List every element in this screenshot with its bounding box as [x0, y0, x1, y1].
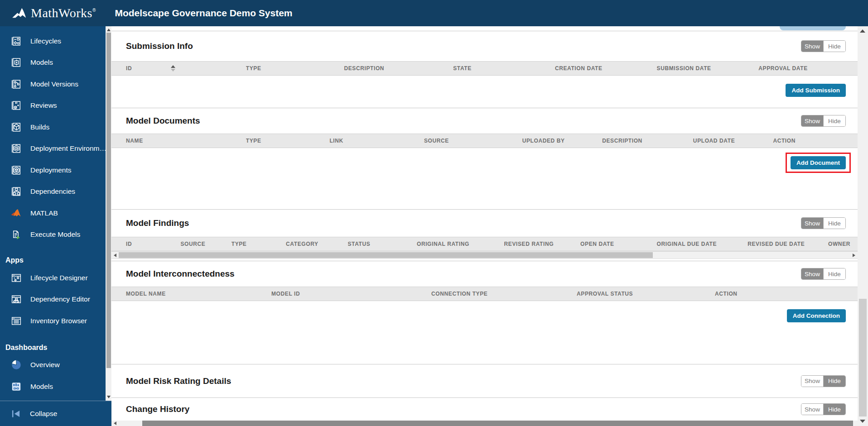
column-header-state[interactable]: STATE — [453, 65, 555, 72]
column-header-owner[interactable]: OWNER — [824, 241, 853, 247]
column-header-type[interactable]: TYPE — [246, 65, 344, 72]
hide-button[interactable]: Hide — [824, 268, 845, 279]
column-header-connection-type[interactable]: CONNECTION TYPE — [431, 291, 577, 297]
sidebar-item-dependencies[interactable]: Dependencies — [0, 181, 111, 203]
section-title: Model Findings — [126, 218, 189, 228]
hide-button[interactable]: Hide — [824, 218, 845, 229]
sidebar-item-deployment-environments[interactable]: Deployment Environm… — [0, 138, 111, 160]
show-hide-toggle: Show Hide — [801, 268, 846, 280]
sidebar-item-label: Models — [30, 58, 53, 67]
collapse-icon — [10, 408, 22, 420]
show-button[interactable]: Show — [801, 115, 823, 126]
add-connection-button[interactable]: Add Connection — [787, 309, 846, 322]
scrollbar-thumb[interactable] — [119, 252, 653, 258]
brand-registered-mark: ® — [92, 8, 96, 13]
section-model-documents: Model Documents Show Hide NAME TYPE LINK… — [111, 108, 858, 210]
show-button[interactable]: Show — [801, 376, 823, 387]
scroll-left-icon[interactable] — [111, 252, 119, 258]
scroll-up-icon[interactable] — [860, 29, 865, 33]
sidebar-item-execute-models[interactable]: Execute Models — [0, 224, 111, 246]
column-header-type[interactable]: TYPE — [231, 241, 286, 247]
column-header-source[interactable]: SOURCE — [424, 138, 522, 144]
show-button[interactable]: Show — [801, 41, 823, 52]
hide-button[interactable]: Hide — [824, 376, 845, 387]
column-header-approval-status[interactable]: APPROVAL STATUS — [577, 291, 715, 297]
scroll-right-icon[interactable] — [850, 252, 858, 258]
model-versions-icon — [10, 78, 22, 90]
column-header-id[interactable]: ID — [126, 65, 246, 72]
sidebar-scrollbar[interactable] — [106, 26, 111, 401]
column-header-source[interactable]: SOURCE — [180, 241, 231, 247]
show-button[interactable]: Show — [801, 404, 823, 415]
show-button[interactable]: Show — [801, 218, 823, 229]
hide-button[interactable]: Hide — [824, 115, 845, 126]
column-header-action[interactable]: ACTION — [773, 138, 849, 144]
sidebar-item-models[interactable]: Models — [0, 52, 111, 74]
section-model-findings: Model Findings Show Hide ID SOURCE TYPE … — [111, 210, 858, 261]
scrollbar-thumb[interactable] — [859, 299, 867, 416]
add-document-button[interactable]: Add Document — [791, 156, 846, 169]
sidebar-item-models-dashboard[interactable]: Models — [0, 376, 111, 397]
column-header-revised-due-date[interactable]: REVISED DUE DATE — [747, 241, 824, 247]
sidebar-collapse-button[interactable]: Collapse — [0, 401, 111, 426]
lifecycle-designer-icon — [10, 272, 22, 284]
column-header-open-date[interactable]: OPEN DATE — [580, 241, 657, 247]
mathworks-logo-icon — [12, 6, 27, 19]
sort-icon[interactable] — [171, 65, 175, 72]
app-header: MathWorks ® Modelscape Governance Demo S… — [0, 0, 868, 26]
column-header-creation-date[interactable]: CREATION DATE — [555, 65, 657, 72]
column-header-revised-rating[interactable]: REVISED RATING — [504, 241, 581, 247]
models-icon — [10, 57, 22, 69]
sidebar-scrollbar-thumb[interactable] — [106, 33, 111, 368]
scroll-down-icon[interactable] — [107, 396, 111, 398]
sidebar-item-label: Inventory Browser — [30, 317, 87, 325]
main-vertical-scrollbar[interactable] — [858, 26, 868, 426]
section-title: Model Risk Rating Details — [126, 376, 231, 386]
column-header-status[interactable]: STATUS — [348, 241, 417, 247]
inventory-browser-icon — [10, 315, 22, 327]
column-header-name[interactable]: NAME — [126, 138, 246, 144]
column-header-approval-date[interactable]: APPROVAL DATE — [758, 65, 853, 72]
sidebar-item-model-versions[interactable]: Model Versions — [0, 73, 111, 95]
sidebar-heading-dashboards: Dashboards — [0, 341, 111, 354]
column-header-model-name[interactable]: MODEL NAME — [126, 291, 271, 297]
sidebar-item-deployments[interactable]: Deployments — [0, 159, 111, 181]
sidebar-item-label: Overview — [30, 361, 60, 369]
column-header-id[interactable]: ID — [126, 241, 180, 247]
sidebar-item-lifecycle-designer[interactable]: Lifecycle Designer — [0, 267, 111, 289]
sidebar-item-reviews[interactable]: Reviews — [0, 95, 111, 117]
main-horizontal-scrollbar[interactable] — [111, 421, 858, 426]
sidebar-item-inventory-browser[interactable]: Inventory Browser — [0, 310, 111, 332]
hide-button[interactable]: Hide — [824, 41, 845, 52]
findings-horizontal-scrollbar[interactable] — [111, 251, 858, 259]
partial-button[interactable] — [780, 26, 846, 30]
column-header-upload-date[interactable]: UPLOAD DATE — [693, 138, 773, 144]
add-submission-button[interactable]: Add Submission — [786, 84, 846, 97]
column-header-original-due-date[interactable]: ORIGINAL DUE DATE — [657, 241, 748, 247]
collapse-label: Collapse — [30, 410, 57, 418]
sidebar-item-lifecycles[interactable]: Lifecycles — [0, 30, 111, 52]
column-header-link[interactable]: LINK — [329, 138, 424, 144]
sidebar-item-builds[interactable]: Builds — [0, 116, 111, 138]
show-button[interactable]: Show — [801, 268, 823, 279]
column-header-original-rating[interactable]: ORIGINAL RATING — [417, 241, 504, 247]
column-header-description[interactable]: DESCRIPTION — [602, 138, 693, 144]
sidebar-item-dependency-editor[interactable]: Dependency Editor — [0, 289, 111, 311]
column-header-model-id[interactable]: MODEL ID — [271, 291, 431, 297]
column-header-category[interactable]: CATEGORY — [286, 241, 347, 247]
hide-button[interactable]: Hide — [824, 404, 845, 415]
sidebar-item-matlab[interactable]: MATLAB — [0, 202, 111, 224]
column-header-uploaded-by[interactable]: UPLOADED BY — [522, 138, 603, 144]
column-header-submission-date[interactable]: SUBMISSION DATE — [657, 65, 759, 72]
scroll-left-icon[interactable] — [111, 421, 119, 426]
sidebar-nav-list: Lifecycles Models — [0, 26, 111, 401]
scroll-up-icon[interactable] — [107, 29, 111, 31]
column-header-type[interactable]: TYPE — [246, 138, 330, 144]
scrollbar-thumb[interactable] — [142, 421, 853, 426]
scroll-down-icon[interactable] — [860, 420, 865, 423]
column-header-description[interactable]: DESCRIPTION — [344, 65, 453, 72]
section-submission-info: Submission Info Show Hide ID TYPE DESCRI… — [111, 31, 858, 108]
page-title: Modelscape Governance Demo System — [115, 8, 292, 19]
column-header-action[interactable]: ACTION — [715, 291, 853, 297]
sidebar-item-overview[interactable]: Overview — [0, 354, 111, 376]
